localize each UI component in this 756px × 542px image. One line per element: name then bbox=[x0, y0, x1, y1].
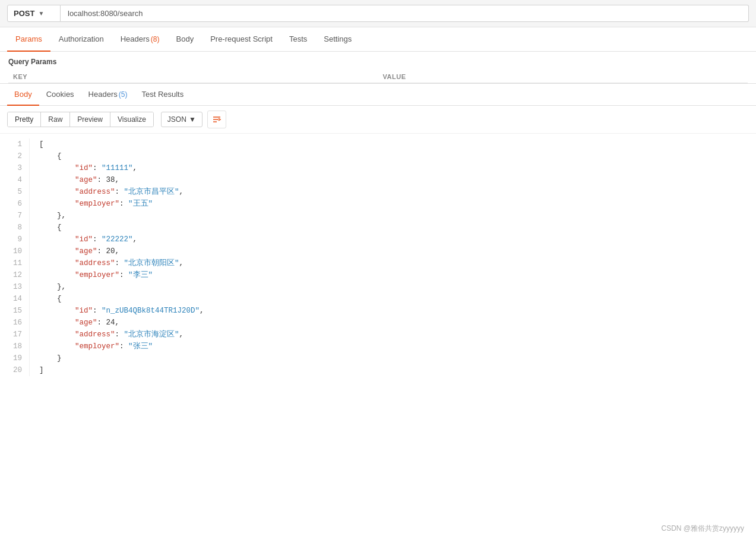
resp-tab-body[interactable]: Body bbox=[7, 84, 39, 106]
code-line: "address": "北京市海淀区", bbox=[39, 329, 751, 341]
code-line: "id": "n_zUB4QBk8t44TR1J20D", bbox=[39, 305, 751, 317]
line-number: 4 bbox=[7, 174, 22, 186]
tab-prerequest[interactable]: Pre-request Script bbox=[202, 27, 281, 52]
tab-authorization[interactable]: Authorization bbox=[50, 27, 112, 52]
line-number: 16 bbox=[7, 317, 22, 329]
line-number: 13 bbox=[7, 281, 22, 293]
code-line: "age": 24, bbox=[39, 317, 751, 329]
tab-params[interactable]: Params bbox=[7, 27, 50, 52]
col-key: KEY bbox=[8, 71, 378, 83]
url-bar: POST ▼ bbox=[0, 0, 756, 27]
line-number: 20 bbox=[7, 364, 22, 376]
wrap-button[interactable] bbox=[207, 111, 226, 128]
code-line: }, bbox=[39, 281, 751, 293]
query-params-section: Query Params KEY VALUE bbox=[0, 52, 756, 84]
code-line: "id": "11111", bbox=[39, 162, 751, 174]
request-tabs: Params Authorization Headers(8) Body Pre… bbox=[0, 27, 756, 52]
line-number: 1 bbox=[7, 138, 22, 150]
wrap-icon bbox=[212, 115, 222, 124]
code-line: "id": "22222", bbox=[39, 234, 751, 245]
json-format-label: JSON bbox=[167, 115, 186, 124]
fmt-visualize[interactable]: Visualize bbox=[110, 112, 153, 127]
query-params-title: Query Params bbox=[8, 58, 748, 66]
code-line: "age": 38, bbox=[39, 174, 751, 186]
fmt-raw[interactable]: Raw bbox=[41, 112, 70, 127]
line-number: 15 bbox=[7, 305, 22, 317]
line-number: 3 bbox=[7, 162, 22, 174]
line-number: 17 bbox=[7, 329, 22, 341]
tab-tests[interactable]: Tests bbox=[281, 27, 315, 52]
code-line: "employer": "王五" bbox=[39, 198, 751, 210]
resp-tab-testresults[interactable]: Test Results bbox=[134, 84, 191, 106]
line-number: 18 bbox=[7, 341, 22, 352]
code-line: } bbox=[39, 352, 751, 364]
fmt-pretty[interactable]: Pretty bbox=[8, 112, 41, 127]
code-line: "employer": "张三" bbox=[39, 341, 751, 352]
code-line: { bbox=[39, 293, 751, 305]
tab-body[interactable]: Body bbox=[168, 27, 203, 52]
code-content: [ { "id": "11111", "age": 38, "address":… bbox=[34, 138, 756, 376]
code-line: ] bbox=[39, 364, 751, 376]
code-line: { bbox=[39, 222, 751, 234]
line-number: 8 bbox=[7, 222, 22, 234]
resp-tab-cookies[interactable]: Cookies bbox=[39, 84, 81, 106]
code-line: }, bbox=[39, 210, 751, 222]
params-table: KEY VALUE bbox=[8, 71, 748, 83]
line-number: 11 bbox=[7, 257, 22, 269]
json-format-select[interactable]: JSON ▼ bbox=[161, 112, 203, 127]
line-number: 12 bbox=[7, 269, 22, 281]
response-tabs: Body Cookies Headers(5) Test Results bbox=[0, 84, 756, 106]
method-label: POST bbox=[14, 9, 34, 18]
line-number: 14 bbox=[7, 293, 22, 305]
code-line: [ bbox=[39, 138, 751, 150]
tab-settings[interactable]: Settings bbox=[315, 27, 360, 52]
line-number: 19 bbox=[7, 352, 22, 364]
json-chevron: ▼ bbox=[189, 115, 196, 124]
url-input[interactable] bbox=[61, 5, 749, 22]
line-number: 9 bbox=[7, 234, 22, 245]
fmt-preview[interactable]: Preview bbox=[70, 112, 110, 127]
code-area: 1234567891011121314151617181920 [ { "id"… bbox=[0, 134, 756, 381]
method-chevron: ▼ bbox=[38, 10, 44, 17]
line-number: 6 bbox=[7, 198, 22, 210]
code-line: "age": 20, bbox=[39, 245, 751, 257]
format-bar: Pretty Raw Preview Visualize JSON ▼ bbox=[0, 106, 756, 134]
line-number: 7 bbox=[7, 210, 22, 222]
line-number: 10 bbox=[7, 245, 22, 257]
line-number: 5 bbox=[7, 186, 22, 198]
code-line: "address": "北京市昌平区", bbox=[39, 186, 751, 198]
method-select[interactable]: POST ▼ bbox=[7, 5, 61, 22]
tab-headers[interactable]: Headers(8) bbox=[112, 27, 168, 52]
resp-tab-headers[interactable]: Headers(5) bbox=[81, 84, 135, 106]
line-number: 2 bbox=[7, 150, 22, 162]
col-value: VALUE bbox=[378, 71, 748, 83]
line-numbers: 1234567891011121314151617181920 bbox=[0, 138, 30, 376]
code-line: "address": "北京市朝阳区", bbox=[39, 257, 751, 269]
format-group: Pretty Raw Preview Visualize bbox=[7, 112, 154, 127]
code-line: { bbox=[39, 150, 751, 162]
code-line: "employer": "李三" bbox=[39, 269, 751, 281]
